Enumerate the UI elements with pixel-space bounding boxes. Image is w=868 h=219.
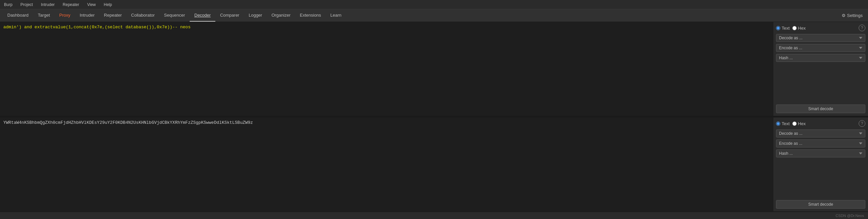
text-radio-2[interactable]	[776, 121, 780, 126]
text-radio-text-1: Text	[782, 26, 790, 31]
menu-bar: Burp Project Intruder Repeater View Help	[0, 0, 868, 9]
tab-sequencer[interactable]: Sequencer	[159, 9, 190, 22]
decode-as-select-2[interactable]: Decode as ...	[776, 130, 865, 138]
encode-as-select-1[interactable]: Encode as ...	[776, 44, 865, 52]
menu-help[interactable]: Help	[102, 2, 113, 8]
settings-button[interactable]: ⚙ Settings	[839, 12, 865, 19]
hex-radio-text-2: Hex	[798, 121, 806, 126]
text-radio-1[interactable]	[776, 26, 780, 30]
menu-burp[interactable]: Burp	[3, 2, 14, 8]
hex-radio-1[interactable]	[792, 26, 797, 30]
tab-dashboard[interactable]: Dashboard	[3, 9, 33, 22]
radio-group-1: Text Hex ?	[776, 25, 865, 31]
decode-as-select-1[interactable]: Decode as ...	[776, 34, 865, 42]
tab-learn[interactable]: Learn	[326, 9, 346, 22]
main-content: Text Hex ? Decode as ... Encode as ... H…	[0, 22, 868, 212]
menu-intruder[interactable]: Intruder	[40, 2, 56, 8]
footer-credit: CSDN @Dr.Neos	[836, 214, 864, 218]
hex-radio-2[interactable]	[792, 121, 797, 126]
decoder-panel: Text Hex ? Decode as ... Encode as ... H…	[0, 22, 868, 212]
tab-organizer[interactable]: Organizer	[267, 9, 295, 22]
tab-intruder[interactable]: Intruder	[75, 9, 99, 22]
decoder-controls-1: Text Hex ? Decode as ... Encode as ... H…	[773, 22, 868, 116]
menu-repeater[interactable]: Repeater	[61, 2, 80, 8]
encode-as-select-2[interactable]: Encode as ...	[776, 140, 865, 147]
tab-proxy[interactable]: Proxy	[55, 9, 75, 22]
decoder-section-2: Text Hex ? Decode as ... Encode as ... H…	[0, 117, 868, 212]
tab-target[interactable]: Target	[33, 9, 55, 22]
smart-decode-button-2[interactable]: Smart decode	[776, 200, 865, 209]
menu-project[interactable]: Project	[19, 2, 34, 8]
radio-group-2: Text Hex ?	[776, 120, 865, 127]
text-radio-label-2[interactable]: Text	[776, 121, 790, 126]
menu-view[interactable]: View	[86, 2, 97, 8]
smart-decode-button-1[interactable]: Smart decode	[776, 105, 865, 113]
hex-radio-label-2[interactable]: Hex	[792, 121, 806, 126]
tab-collaborator[interactable]: Collaborator	[126, 9, 159, 22]
tab-logger[interactable]: Logger	[244, 9, 267, 22]
text-radio-label-1[interactable]: Text	[776, 26, 790, 31]
decoder-input-1[interactable]	[0, 22, 773, 116]
text-radio-text-2: Text	[782, 121, 790, 126]
decoder-controls-2: Text Hex ? Decode as ... Encode as ... H…	[773, 117, 868, 211]
tab-decoder[interactable]: Decoder	[190, 9, 215, 22]
nav-bar: Dashboard Target Proxy Intruder Repeater…	[0, 9, 868, 22]
hex-radio-text-1: Hex	[798, 26, 806, 31]
tab-repeater[interactable]: Repeater	[99, 9, 126, 22]
footer: CSDN @Dr.Neos	[0, 212, 868, 219]
help-icon-1[interactable]: ?	[859, 25, 865, 31]
decoder-section-1: Text Hex ? Decode as ... Encode as ... H…	[0, 22, 868, 116]
decoder-input-2[interactable]	[0, 117, 773, 211]
help-icon-2[interactable]: ?	[859, 120, 865, 127]
tab-extensions[interactable]: Extensions	[295, 9, 326, 22]
hash-select-1[interactable]: Hash ...	[776, 54, 865, 62]
tab-comparer[interactable]: Comparer	[215, 9, 244, 22]
hash-select-2[interactable]: Hash ...	[776, 149, 865, 157]
hex-radio-label-1[interactable]: Hex	[792, 26, 806, 31]
